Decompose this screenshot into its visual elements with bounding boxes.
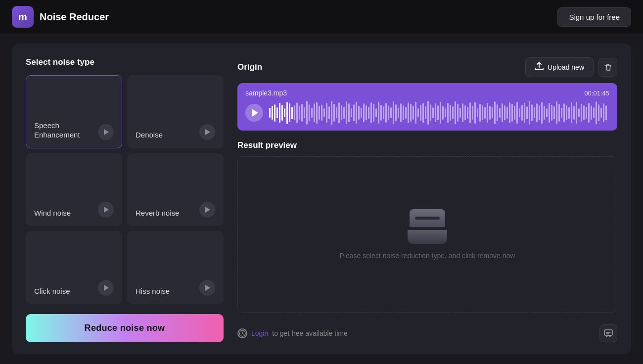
audio-player: sample3.mp3 00:01:45 xyxy=(237,83,617,131)
audio-waveform xyxy=(269,101,609,125)
header-left: m Noise Reducer xyxy=(12,6,109,28)
origin-actions: Upload new xyxy=(525,57,617,77)
app-logo: m xyxy=(12,6,34,28)
noise-label-speech: Speech Enhancement xyxy=(34,121,94,140)
section-title: Select noise type xyxy=(26,57,224,67)
left-panel: Select noise type Speech Enhancement Den… xyxy=(26,57,224,342)
app-title: Noise Reducer xyxy=(40,11,109,23)
noise-label-denoise: Denoise xyxy=(136,130,163,140)
upload-new-button[interactable]: Upload new xyxy=(525,57,594,77)
result-hint: Please select noise reduction type, and … xyxy=(340,252,515,260)
right-panel: Origin Upload new xyxy=(237,57,617,342)
noise-card-reverb[interactable]: Reverb noise xyxy=(127,153,224,227)
tray-lid xyxy=(410,209,445,227)
tray-slot xyxy=(415,217,440,220)
noise-card-denoise[interactable]: Denoise xyxy=(127,75,224,148)
play-btn-reverb[interactable] xyxy=(199,202,215,218)
noise-card-hiss[interactable]: Hiss noise xyxy=(127,231,224,304)
play-btn-hiss[interactable] xyxy=(199,280,215,296)
noise-label-click: Click noise xyxy=(34,286,70,296)
play-btn-wind[interactable] xyxy=(98,202,114,218)
result-title: Result preview xyxy=(237,140,617,150)
noise-label-wind: Wind noise xyxy=(34,208,71,218)
upload-label: Upload new xyxy=(548,63,584,71)
noise-card-speech[interactable]: Speech Enhancement xyxy=(26,75,122,148)
noise-card-click[interactable]: Click noise xyxy=(26,231,122,304)
origin-section: Origin Upload new xyxy=(237,57,617,131)
result-empty-icon xyxy=(408,209,447,244)
tray-base xyxy=(408,230,447,244)
audio-play-button[interactable] xyxy=(245,104,263,122)
audio-duration: 00:01:45 xyxy=(584,90,609,97)
origin-header: Origin Upload new xyxy=(237,57,617,77)
login-hint: Login to get free available time xyxy=(237,328,348,338)
result-box: Please select noise reduction type, and … xyxy=(237,156,617,313)
noise-label-reverb: Reverb noise xyxy=(136,208,179,218)
result-section: Result preview Please select noise reduc… xyxy=(237,140,617,313)
audio-controls xyxy=(245,101,609,125)
noise-label-hiss: Hiss noise xyxy=(136,286,170,296)
main-content: Select noise type Speech Enhancement Den… xyxy=(0,34,643,364)
upload-icon xyxy=(535,62,544,72)
login-link[interactable]: Login xyxy=(251,329,268,337)
audio-filename: sample3.mp3 xyxy=(245,89,287,97)
play-btn-denoise[interactable] xyxy=(199,124,215,140)
footer: Login to get free available time xyxy=(237,322,617,342)
audio-player-top: sample3.mp3 00:01:45 xyxy=(245,89,609,97)
feedback-button[interactable] xyxy=(599,324,617,342)
noise-type-grid: Speech Enhancement Denoise Wind noise Re… xyxy=(26,75,224,304)
clock-icon xyxy=(237,328,247,338)
origin-title: Origin xyxy=(237,62,262,72)
svg-text:m: m xyxy=(18,11,27,22)
login-hint-text: to get free available time xyxy=(272,329,348,337)
play-btn-speech[interactable] xyxy=(98,124,114,140)
app-header: m Noise Reducer Sign up for free xyxy=(0,0,643,34)
play-btn-click[interactable] xyxy=(98,280,114,296)
signup-button[interactable]: Sign up for free xyxy=(557,7,631,27)
delete-button[interactable] xyxy=(598,58,617,77)
main-card: Select noise type Speech Enhancement Den… xyxy=(12,44,631,354)
reduce-noise-button[interactable]: Reduce noise now xyxy=(26,314,224,342)
noise-card-wind[interactable]: Wind noise xyxy=(26,153,122,227)
